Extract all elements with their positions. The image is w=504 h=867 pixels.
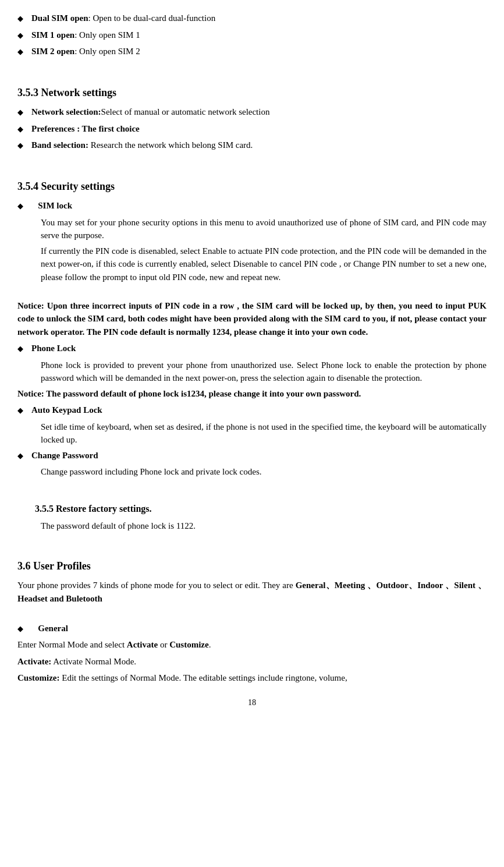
- diamond-icon: ◆: [17, 405, 28, 416]
- customize-text: Edit the settings of Normal Mode. The ed…: [59, 673, 347, 682]
- section-354-heading: 3.5.4 Security settings: [17, 179, 487, 194]
- bullet-rest: : Open to be dual-card dual-function: [88, 13, 216, 23]
- bullet-general: ◆ General: [17, 622, 487, 635]
- or-text: or: [158, 640, 169, 649]
- bullet-label: Band selection:: [31, 140, 88, 150]
- diamond-icon: ◆: [17, 200, 28, 212]
- section-354: 3.5.4 Security settings ◆ SIM lock You m…: [17, 179, 487, 479]
- activate-bold: Activate: [127, 640, 158, 649]
- bullet-network-selection: ◆ Network selection:Select of manual or …: [17, 105, 487, 119]
- diamond-icon: ◆: [17, 450, 28, 462]
- activate-text: Activate Normal Mode.: [51, 657, 136, 666]
- section-353: 3.5.3 Network settings ◆ Network selecti…: [17, 85, 487, 152]
- diamond-icon: ◆: [17, 107, 28, 118]
- sim-lock-p2: If currently the PIN code is disenabled,…: [41, 245, 487, 284]
- activate-para: Activate: Activate Normal Mode.: [17, 655, 487, 668]
- change-password-label: Change Password: [31, 451, 98, 460]
- diamond-icon: ◆: [17, 623, 28, 635]
- customize-label: Customize:: [17, 673, 59, 682]
- notice-pin: Notice: Upon three incorrect inputs of P…: [17, 299, 487, 339]
- auto-keypad-label: Auto Keypad Lock: [31, 405, 102, 415]
- diamond-icon: ◆: [17, 123, 28, 135]
- bullet-change-password: ◆ Change Password: [17, 449, 487, 462]
- sim-lock-label: SIM lock: [38, 201, 72, 210]
- section-36-intro-para: Your phone provides 7 kinds of phone mod…: [17, 579, 487, 605]
- diamond-icon: ◆: [17, 13, 28, 24]
- enter-normal-para: Enter Normal Mode and select Activate or…: [17, 638, 487, 652]
- customize-bold: Customize: [169, 640, 209, 649]
- enter-normal-text: Enter Normal Mode and select: [17, 640, 127, 649]
- activate-label: Activate:: [17, 657, 51, 666]
- bullet-rest: Select of manual or automatic network se…: [101, 107, 270, 116]
- top-bullets: ◆ Dual SIM open: Open to be dual-card du…: [17, 12, 487, 58]
- section-355-heading: 3.5.5 Restore factory settings.: [35, 502, 487, 516]
- bullet-preferences: ◆ Preferences : The first choice: [17, 122, 487, 136]
- general-label: General: [38, 624, 68, 633]
- section-355-text: The password default of phone lock is 11…: [41, 519, 487, 533]
- auto-keypad-text: Set idle time of keyboard, when set as d…: [41, 420, 487, 447]
- diamond-icon: ◆: [17, 343, 28, 355]
- bullet-label: Preferences : The first choice: [31, 124, 140, 133]
- phone-lock-label: Phone Lock: [31, 344, 76, 353]
- bullet-label: Dual SIM open: [31, 13, 88, 23]
- bullet-band-selection: ◆ Band selection: Research the network w…: [17, 139, 487, 152]
- section-36: 3.6 User Profiles Your phone provides 7 …: [17, 558, 487, 685]
- diamond-icon: ◆: [17, 30, 28, 41]
- diamond-icon: ◆: [17, 46, 28, 58]
- page-number: 18: [17, 696, 487, 709]
- customize-para: Customize: Edit the settings of Normal M…: [17, 671, 487, 685]
- bullet-rest: : Only open SIM 1: [74, 30, 140, 40]
- bullet-rest: : Only open SIM 2: [74, 47, 140, 56]
- section-36-heading: 3.6 User Profiles: [17, 558, 487, 574]
- bullet-label: SIM 1 open: [31, 30, 74, 40]
- bullet-auto-keypad: ◆ Auto Keypad Lock: [17, 404, 487, 417]
- bullet-sim-lock: ◆ SIM lock: [17, 199, 487, 213]
- bullet-label: SIM 2 open: [31, 47, 74, 56]
- period: .: [209, 640, 211, 649]
- bullet-rest: Research the network which belong SIM ca…: [88, 140, 253, 150]
- sim-lock-p1: You may set for your phone security opti…: [41, 216, 487, 242]
- diamond-icon: ◆: [17, 140, 28, 151]
- notice-phone-lock: Notice: The password default of phone lo…: [17, 387, 487, 401]
- change-password-text: Change password including Phone lock and…: [41, 465, 487, 479]
- bullet-label: Network selection:: [31, 107, 101, 116]
- bullet-dual-sim: ◆ Dual SIM open: Open to be dual-card du…: [17, 12, 487, 25]
- bullet-sim2: ◆ SIM 2 open: Only open SIM 2: [17, 45, 487, 58]
- section-36-intro: Your phone provides 7 kinds of phone mod…: [17, 581, 296, 590]
- phone-lock-text: Phone lock is provided to prevent your p…: [41, 359, 487, 385]
- section-355: 3.5.5 Restore factory settings. The pass…: [17, 502, 487, 533]
- bullet-sim1: ◆ SIM 1 open: Only open SIM 1: [17, 29, 487, 42]
- section-353-heading: 3.5.3 Network settings: [17, 85, 487, 101]
- bullet-phone-lock: ◆ Phone Lock: [17, 342, 487, 355]
